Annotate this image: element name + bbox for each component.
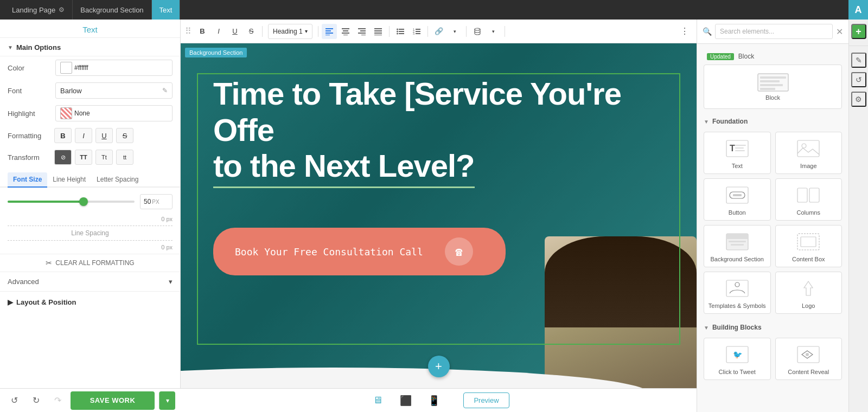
link-button[interactable]: 🔗 xyxy=(431,24,446,39)
chevron-down-icon: ▼ xyxy=(704,119,709,125)
edit-icon[interactable]: ✎ xyxy=(162,87,168,94)
redo-forward-button[interactable]: ↷ xyxy=(49,392,66,409)
unordered-list-button[interactable] xyxy=(393,24,408,39)
color-value: #ffffff xyxy=(74,64,88,72)
cta-label: Book Your Free Consultation Call xyxy=(235,246,423,258)
panel-title: Text xyxy=(0,20,180,38)
center-canvas: ⠿ B I U S Heading 1 ▾ xyxy=(181,20,697,412)
tab-label: Landing Page xyxy=(12,6,55,14)
settings-icon-button[interactable]: ⚙ xyxy=(851,92,866,107)
updated-block-section: Updated Block Block xyxy=(697,48,848,113)
align-left-button[interactable] xyxy=(322,24,337,39)
preview-button[interactable]: Preview xyxy=(463,392,509,408)
highlight-input[interactable]: None xyxy=(55,105,173,121)
align-justify-button[interactable] xyxy=(371,24,386,39)
svg-text:3.: 3. xyxy=(413,32,415,35)
foundation-header[interactable]: ▼ Foundation xyxy=(697,113,848,128)
clear-formatting-button[interactable]: ✂ CLEAR ALL FORMATTING xyxy=(0,254,180,272)
font-size-value[interactable]: 50 PX xyxy=(140,194,173,209)
advanced-label: Advanced xyxy=(8,278,39,286)
heading-select[interactable]: Heading 1 ▾ xyxy=(268,24,312,39)
landing-page-tab[interactable]: Landing Page ⚙ xyxy=(4,0,73,20)
building-blocks-header[interactable]: ▼ Building Blocks xyxy=(697,319,848,334)
pencil-icon-button[interactable]: ✎ xyxy=(851,53,866,68)
add-section-button[interactable]: + xyxy=(428,356,450,377)
history-icon-button[interactable]: ↺ xyxy=(851,72,866,87)
svg-rect-0 xyxy=(326,28,333,29)
save-dropdown-button[interactable]: ▾ xyxy=(159,391,175,410)
element-image-card[interactable]: Image xyxy=(775,132,843,174)
main-options-header[interactable]: ▼ Main Options xyxy=(0,38,180,56)
save-work-button[interactable]: SAVE WORK xyxy=(71,391,155,410)
desktop-view-button[interactable]: 🖥 xyxy=(368,391,387,410)
italic-button[interactable]: I xyxy=(75,128,92,143)
undo-history-button[interactable]: ↺ xyxy=(5,392,23,409)
strikethrough-button[interactable]: S xyxy=(116,128,133,143)
element-button-card[interactable]: Button xyxy=(704,178,771,221)
layout-position-section[interactable]: ▶ Layout & Position xyxy=(0,291,180,312)
background-section-tab[interactable]: Background Section xyxy=(73,0,151,20)
transform-uppercase-button[interactable]: TT xyxy=(75,150,92,165)
letter-spacing-tab[interactable]: Letter Spacing xyxy=(91,172,144,188)
ordered-list-button[interactable]: 1.2.3. xyxy=(409,24,424,39)
bold-toolbar-button[interactable]: B xyxy=(195,24,210,39)
text-tab[interactable]: Text xyxy=(152,0,181,20)
underline-button[interactable]: U xyxy=(95,128,113,143)
strikethrough-toolbar-button[interactable]: S xyxy=(244,24,259,39)
bg-section-card-label: Background Section xyxy=(711,256,764,262)
element-bg-section-card[interactable]: Background Section xyxy=(704,225,771,267)
bold-button[interactable]: B xyxy=(54,128,72,143)
transform-lowercase-button[interactable]: tt xyxy=(116,150,133,165)
building-blocks-grid: 🐦 Click to Tweet Content Reveal xyxy=(697,334,848,385)
font-size-tab[interactable]: Font Size xyxy=(8,172,47,188)
chevron-down-icon: ▾ xyxy=(169,278,173,286)
element-logo-card[interactable]: Logo xyxy=(775,272,843,314)
font-input[interactable]: Barlow ✎ xyxy=(55,82,173,99)
more-options-button[interactable]: ⋮ xyxy=(677,24,692,39)
close-search-button[interactable]: ✕ xyxy=(836,27,843,37)
underline-toolbar-button[interactable]: U xyxy=(227,24,242,39)
line-height-tab[interactable]: Line Height xyxy=(47,172,91,188)
advanced-section[interactable]: Advanced ▾ xyxy=(0,272,180,291)
svg-rect-44 xyxy=(797,188,807,202)
db-button[interactable] xyxy=(470,24,485,39)
element-text-card[interactable]: T Text xyxy=(704,132,771,174)
mobile-view-button[interactable]: 📱 xyxy=(424,391,444,410)
phone-icon: ☎ xyxy=(455,245,462,259)
font-size-slider[interactable] xyxy=(8,201,135,203)
tablet-view-button[interactable]: ⬛ xyxy=(396,391,416,410)
svg-rect-37 xyxy=(735,147,744,149)
block-card[interactable]: Block xyxy=(704,65,842,109)
content-reveal-icon xyxy=(795,345,821,364)
transform-none-button[interactable]: ⊘ xyxy=(54,150,72,165)
svg-rect-51 xyxy=(801,237,816,247)
svg-rect-36 xyxy=(735,145,746,146)
hero-text-block[interactable]: Time to Take [Service You're Offe to the… xyxy=(213,76,664,188)
svg-text:🐦: 🐦 xyxy=(733,350,743,359)
toolbar-separator-4 xyxy=(427,26,428,37)
element-content-box-card[interactable]: Content Box xyxy=(775,225,843,267)
svg-rect-33 xyxy=(760,88,775,90)
transform-capitalize-button[interactable]: Tt xyxy=(95,150,113,165)
button-element-icon xyxy=(724,185,750,205)
canvas-area[interactable]: Background Section Time to Take [Service… xyxy=(181,43,697,388)
italic-toolbar-button[interactable]: I xyxy=(211,24,226,39)
redo-button[interactable]: ↻ xyxy=(27,392,44,409)
search-input[interactable] xyxy=(715,24,833,39)
element-content-reveal-card[interactable]: Content Reveal xyxy=(775,338,843,380)
element-templates-card[interactable]: Templates & Symbols xyxy=(704,272,771,314)
drag-handle-icon[interactable]: ⠿ xyxy=(185,26,192,36)
add-element-button[interactable]: + xyxy=(851,24,866,39)
clear-format-label: CLEAR ALL FORMATTING xyxy=(55,259,134,267)
cta-button[interactable]: Book Your Free Consultation Call ☎ xyxy=(213,228,506,275)
align-right-button[interactable] xyxy=(354,24,369,39)
color-input[interactable]: #ffffff xyxy=(55,60,173,76)
align-center-button[interactable] xyxy=(338,24,353,39)
slider-thumb[interactable] xyxy=(79,197,88,206)
color-option-row: Color #ffffff xyxy=(0,56,180,79)
element-columns-card[interactable]: Columns xyxy=(775,178,843,221)
link-dropdown-button[interactable]: ▾ xyxy=(448,24,463,39)
db-dropdown-button[interactable]: ▾ xyxy=(486,24,501,39)
element-click-to-tweet-card[interactable]: 🐦 Click to Tweet xyxy=(704,338,771,380)
svg-rect-30 xyxy=(760,76,786,79)
